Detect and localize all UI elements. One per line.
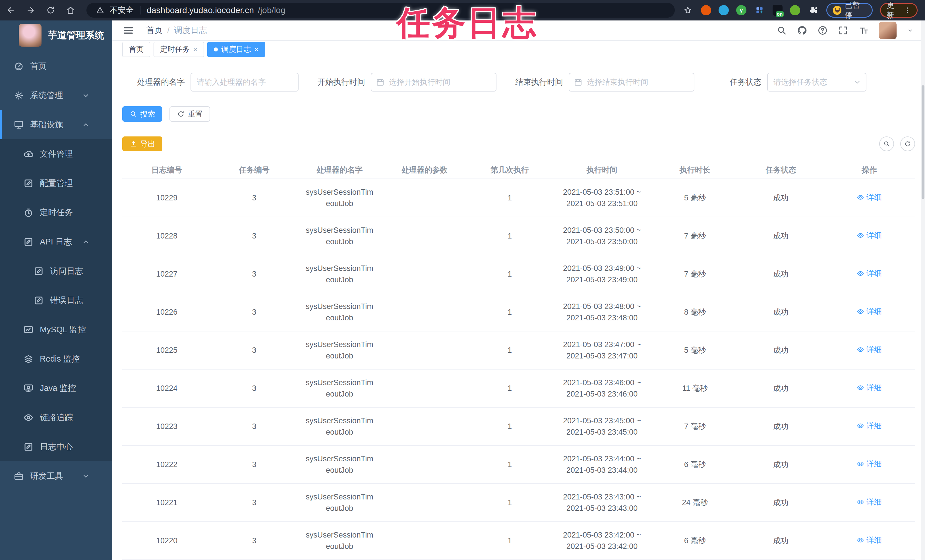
- extension-blue-icon[interactable]: [719, 5, 729, 15]
- user-avatar[interactable]: [879, 22, 896, 39]
- edit-icon: [23, 442, 33, 452]
- sidebar-item-11[interactable]: Redis 监控: [0, 344, 112, 373]
- eye-icon: [857, 498, 864, 506]
- github-icon[interactable]: [797, 25, 807, 36]
- detail-link[interactable]: 详细: [857, 306, 882, 317]
- sidebar-item-9[interactable]: 错误日志: [0, 286, 112, 315]
- search-icon[interactable]: [777, 25, 787, 36]
- security-warning-icon[interactable]: [94, 5, 106, 16]
- export-button[interactable]: 导出: [122, 137, 163, 151]
- detail-link[interactable]: 详细: [857, 382, 882, 393]
- fullscreen-icon[interactable]: [838, 25, 848, 36]
- detail-link[interactable]: 详细: [857, 534, 882, 546]
- cell-job-id: 3: [211, 192, 297, 203]
- extension-green-y-icon[interactable]: y: [736, 5, 746, 15]
- table-row: 10226 3 sysUserSessionTimeoutJob 1 2021-…: [122, 294, 915, 331]
- cell-exec-time: 2021-05-03 23:50:00 ~2021-05-03 23:50:00: [552, 224, 652, 247]
- bookmark-star-icon[interactable]: [682, 5, 693, 16]
- sidebar-item-2[interactable]: 系统管理: [0, 81, 112, 110]
- help-icon[interactable]: [818, 25, 828, 36]
- sidebar-item-10[interactable]: MySQL 监控: [0, 315, 112, 344]
- home-icon[interactable]: [65, 5, 76, 16]
- javamon-icon: [23, 383, 33, 393]
- sidebar-item-label: 定时任务: [40, 207, 73, 218]
- detail-link[interactable]: 详细: [857, 230, 882, 241]
- start-time-input[interactable]: [371, 73, 497, 92]
- sidebar-item-label: API 日志: [40, 236, 72, 248]
- extensions-puzzle-icon[interactable]: [807, 5, 819, 16]
- extension-orange-icon[interactable]: [701, 5, 711, 15]
- detail-link[interactable]: 详细: [857, 191, 882, 203]
- sidebar-item-14[interactable]: 日志中心: [0, 432, 112, 461]
- cell-log-id: 10225: [122, 345, 211, 356]
- emoji-face-icon: [833, 6, 841, 15]
- export-button-label: 导出: [140, 139, 155, 149]
- detail-link[interactable]: 详细: [857, 496, 882, 508]
- sidebar-item-label: 错误日志: [50, 295, 83, 306]
- forward-icon[interactable]: [25, 5, 36, 16]
- table-row: 10222 3 sysUserSessionTimeoutJob 1 2021-…: [122, 446, 915, 484]
- table-row: 10227 3 sysUserSessionTimeoutJob 1 2021-…: [122, 255, 915, 294]
- avatar-caret-icon[interactable]: [907, 27, 914, 34]
- sidebar-item-7[interactable]: API 日志: [0, 227, 112, 256]
- sidebar-item-15[interactable]: 研发工具: [0, 461, 112, 491]
- page-content: 处理器的名字 开始执行时间 结束执行时间: [112, 58, 925, 560]
- sidebar-item-4[interactable]: 文件管理: [0, 139, 112, 169]
- reset-button[interactable]: 重置: [169, 106, 210, 122]
- paused-badge[interactable]: 已暂停: [826, 3, 873, 18]
- cell-attempt: 1: [467, 268, 552, 280]
- address-bar[interactable]: 不安全 dashboard.yudao.iocoder.cn/job/log: [86, 3, 675, 18]
- extension-grid-icon[interactable]: [754, 5, 765, 16]
- reload-icon[interactable]: [45, 5, 56, 16]
- detail-link[interactable]: 详细: [857, 344, 882, 355]
- tab-close-icon[interactable]: ×: [193, 46, 197, 53]
- cell-attempt: 1: [467, 230, 552, 242]
- detail-link[interactable]: 详细: [857, 458, 882, 470]
- end-time-input[interactable]: [569, 73, 695, 92]
- toggle-search-button[interactable]: [879, 137, 894, 151]
- tab-1[interactable]: 首页: [122, 42, 150, 57]
- sidebar: 芋道管理系统 首页 系统管理 基础设施 文件管理 配置管理 定时任务 API 日…: [0, 21, 112, 560]
- page-scrollbar[interactable]: [921, 21, 925, 560]
- sidebar-item-13[interactable]: 链路追踪: [0, 403, 112, 432]
- sidebar-item-12[interactable]: Java 监控: [0, 373, 112, 403]
- sidebar-item-label: 研发工具: [30, 470, 63, 482]
- sidebar-item-1[interactable]: 首页: [0, 51, 112, 81]
- detail-link[interactable]: 详细: [857, 420, 882, 432]
- sidebar-logo-row[interactable]: 芋道管理系统: [0, 21, 112, 50]
- sidebar-item-label: MySQL 监控: [40, 324, 86, 336]
- tab-2[interactable]: 定时任务 ×: [154, 42, 204, 57]
- cell-job-id: 3: [211, 497, 297, 508]
- cell-status: 成功: [738, 497, 824, 508]
- search-button[interactable]: 搜索: [122, 106, 163, 122]
- edit-icon: [33, 266, 44, 276]
- update-button[interactable]: 更新: [880, 3, 917, 18]
- sidebar-item-5[interactable]: 配置管理: [0, 169, 112, 198]
- dashboard-icon: [14, 61, 24, 71]
- breadcrumb-home[interactable]: 首页: [146, 25, 163, 36]
- chart-icon: [23, 325, 33, 335]
- tags-view-bar: 首页 定时任务 × 调度日志 ×: [112, 41, 925, 58]
- handler-name-input[interactable]: [190, 73, 298, 92]
- eye-icon: [857, 346, 864, 353]
- tab-close-icon[interactable]: ×: [254, 46, 259, 53]
- sidebar-item-6[interactable]: 定时任务: [0, 198, 112, 227]
- extension-on-icon[interactable]: on: [773, 5, 783, 16]
- refresh-table-button[interactable]: [900, 137, 915, 151]
- tab-label: 首页: [129, 44, 144, 54]
- job-status-select[interactable]: [767, 73, 866, 92]
- table-row: 10228 3 sysUserSessionTimeoutJob 1 2021-…: [122, 217, 915, 255]
- sidebar-item-8[interactable]: 访问日志: [0, 256, 112, 286]
- chevron-down-icon: [81, 472, 90, 480]
- scrollbar-thumb[interactable]: [922, 85, 924, 199]
- tab-3[interactable]: 调度日志 ×: [207, 42, 265, 57]
- paused-label: 已暂停: [845, 0, 866, 21]
- detail-link[interactable]: 详细: [857, 268, 882, 279]
- hamburger-icon[interactable]: [122, 24, 134, 36]
- font-size-icon[interactable]: [859, 25, 869, 36]
- col-duration: 执行时长: [652, 165, 738, 175]
- extension-leaf-icon[interactable]: [790, 5, 800, 15]
- browser-menu-dots-icon[interactable]: [904, 5, 911, 16]
- back-icon[interactable]: [5, 5, 17, 16]
- sidebar-item-3[interactable]: 基础设施: [0, 110, 112, 139]
